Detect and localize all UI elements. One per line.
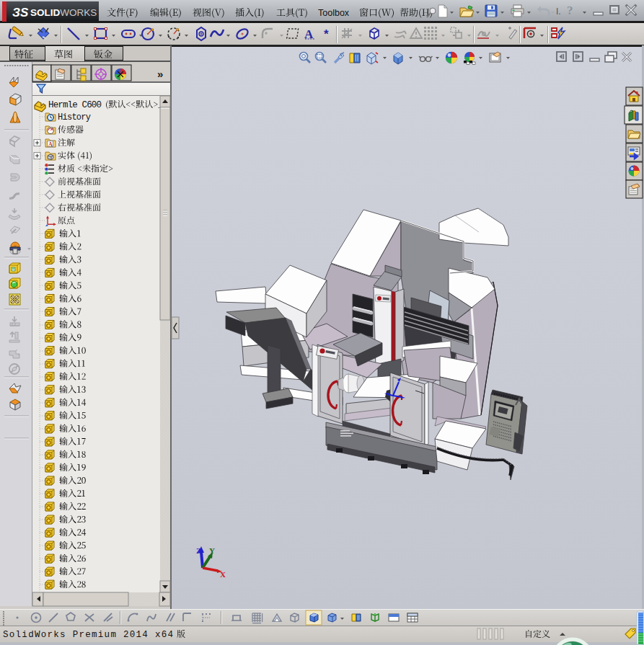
svg-text:Z: Z: [196, 546, 201, 555]
svg-text:History: History: [58, 112, 91, 123]
svg-text:X: X: [220, 570, 226, 579]
svg-text:*: *: [324, 27, 329, 41]
svg-text:SOLIDWORKS: SOLIDWORKS: [30, 7, 97, 18]
svg-text:Y: Y: [209, 546, 215, 555]
svg-text:ЗS: ЗS: [12, 6, 29, 19]
svg-text:A: A: [48, 141, 53, 148]
svg-text:?: ?: [567, 4, 573, 17]
svg-text:»: »: [157, 68, 163, 80]
svg-text:Toolbox: Toolbox: [318, 8, 350, 18]
svg-text:Hermle C600: Hermle C600: [48, 100, 102, 110]
svg-text:I.: I.: [556, 6, 561, 17]
svg-text:SolidWorks Premium 2014 x64: SolidWorks Premium 2014 x64: [3, 630, 173, 640]
